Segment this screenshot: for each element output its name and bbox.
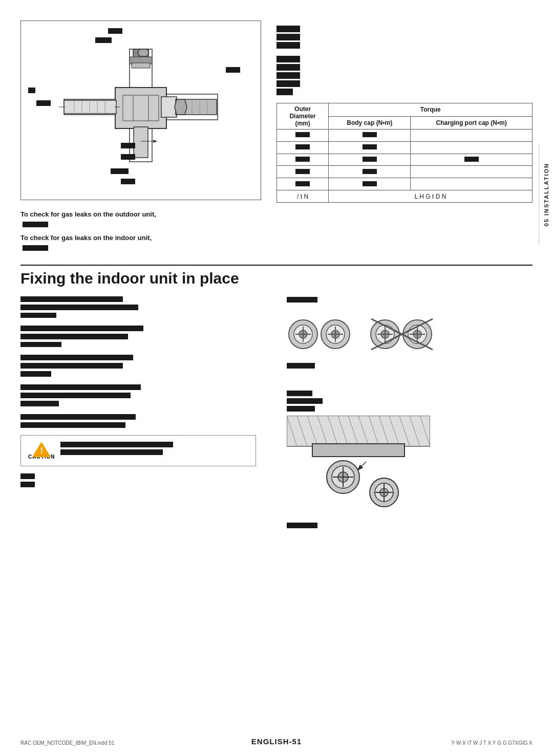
page: 05 INSTALLATION <box>0 0 553 756</box>
bar-rect-5 <box>276 64 300 71</box>
tbar-1 <box>20 296 123 302</box>
footer-file-label: RAC OEM_NOTCODE_IBIM_EN.indd 51 <box>20 740 114 746</box>
table-header-diameter: OuterDiameter(mm) <box>277 103 329 129</box>
tbar-6 <box>20 342 61 347</box>
table-row-label-right: L H G t D N <box>329 190 533 203</box>
bar-row-3 <box>276 42 533 49</box>
caution-icon-wrap: ! CAUTION <box>28 442 55 460</box>
caution-exclaim: ! <box>40 446 43 456</box>
bar-rect-3 <box>276 42 300 49</box>
svg-rect-65 <box>312 444 405 457</box>
install-lbar-3 <box>287 406 315 412</box>
table-row <box>277 166 533 178</box>
tbar-8 <box>20 363 123 369</box>
tbar-13 <box>20 414 136 420</box>
svg-line-76 <box>358 462 366 469</box>
table-section: OuterDiameter(mm) Torque Body cap (N•m) … <box>276 20 533 200</box>
outdoor-note-bar <box>23 222 48 227</box>
page-footer: ENGLISH-51 RAC OEM_NOTCODE_IBIM_EN.indd … <box>0 737 553 746</box>
caution-box: ! CAUTION <box>20 435 256 466</box>
bar-rect-4 <box>276 56 300 62</box>
caution-bar-2 <box>60 449 163 455</box>
cell-bar-body-2 <box>363 144 377 149</box>
bar-row-1 <box>276 26 533 32</box>
section-divider <box>20 265 533 266</box>
dlabel-1 <box>108 28 122 34</box>
cell-bar-diam-1 <box>295 132 310 137</box>
screw-ok-svg <box>287 316 353 352</box>
dlabel-bot1 <box>121 143 135 148</box>
tbar-5 <box>20 334 128 339</box>
cell-bar-diam-5 <box>295 181 310 186</box>
caution-bar-1 <box>60 442 173 447</box>
tbar-14 <box>20 422 125 428</box>
install-detail-svg <box>287 416 430 518</box>
table-row <box>277 178 533 190</box>
indoor-note: To check for gas leaks on the indoor uni… <box>20 234 533 242</box>
screw-top-label-bar <box>287 297 317 303</box>
bar-rect-6 <box>276 72 300 79</box>
valve-diagram-box <box>20 20 261 200</box>
install-lbar-bot-1 <box>287 523 317 528</box>
caution-icon: ! <box>32 442 51 462</box>
install-lbar-1 <box>287 391 312 396</box>
bar-row-6 <box>276 72 533 79</box>
cell-bar-diam-4 <box>295 169 310 174</box>
caution-text-block <box>60 442 173 455</box>
tbar-2 <box>20 305 138 310</box>
tbar-9 <box>20 371 51 377</box>
table-row <box>277 141 533 154</box>
tbar-11 <box>20 393 131 398</box>
dlabel-bot2 <box>121 154 135 160</box>
lower-right <box>287 296 533 528</box>
tbar-10 <box>20 384 141 390</box>
cell-bar-charge-3 <box>464 157 479 162</box>
dlabel-3 <box>226 67 240 73</box>
bar-rect-8 <box>276 89 293 95</box>
screw-circles-label-bar <box>287 363 315 369</box>
cell-bar-diam-2 <box>295 144 310 149</box>
cell-bar-body-4 <box>363 169 377 174</box>
indoor-note-text: To check for gas leaks on the indoor uni… <box>20 234 152 242</box>
bar-row-7 <box>276 80 533 87</box>
bar-row-4 <box>276 56 533 62</box>
screw-no-svg <box>369 316 435 352</box>
section-title: Fixing the indoor unit in place <box>0 270 553 287</box>
bar-row-2 <box>276 34 533 40</box>
table-header-body-cap: Body cap (N•m) <box>329 116 411 129</box>
bottom-label-bar-1 <box>20 473 35 479</box>
below-diagram: To check for gas leaks on the outdoor un… <box>0 200 553 252</box>
bottom-label-row-2 <box>20 482 266 487</box>
lower-section: ! CAUTION <box>0 296 553 528</box>
tbar-12 <box>20 401 59 406</box>
install-label-bars-bottom <box>287 523 430 528</box>
text-block-bars <box>20 296 266 428</box>
cell-bar-body-1 <box>363 132 377 137</box>
outdoor-note: To check for gas leaks on the outdoor un… <box>20 210 533 218</box>
dlabel-bot4 <box>121 179 135 184</box>
bar-row-5 <box>276 64 533 71</box>
table-row-label-left: / t N <box>277 190 329 203</box>
table-row-label: / t N L H G t D N <box>277 190 533 203</box>
bottom-label-row-1 <box>20 473 266 479</box>
torque-table: OuterDiameter(mm) Torque Body cap (N•m) … <box>276 103 533 200</box>
bar-row-8 <box>276 89 533 95</box>
lower-left: ! CAUTION <box>20 296 266 528</box>
bottom-label-bars <box>20 473 266 487</box>
install-label-bars-top <box>287 391 430 412</box>
cell-bar-body-5 <box>363 181 377 186</box>
install-detail <box>287 391 430 528</box>
bottom-label-bar-2 <box>20 482 35 487</box>
bar-rect-7 <box>276 80 300 87</box>
cell-bar-body-3 <box>363 157 377 162</box>
table-header-torque: Torque <box>329 103 533 117</box>
svg-rect-50 <box>287 416 430 446</box>
diagram-labels <box>21 21 261 200</box>
tbar-4 <box>20 326 143 331</box>
table-bars <box>276 26 533 95</box>
outdoor-note-text: To check for gas leaks on the outdoor un… <box>20 210 156 218</box>
dlabel-bot3 <box>111 168 129 174</box>
table-cell-diam <box>277 129 329 142</box>
footer-page-number: ENGLISH-51 <box>251 737 302 746</box>
side-tab-label: 05 INSTALLATION <box>543 163 549 226</box>
